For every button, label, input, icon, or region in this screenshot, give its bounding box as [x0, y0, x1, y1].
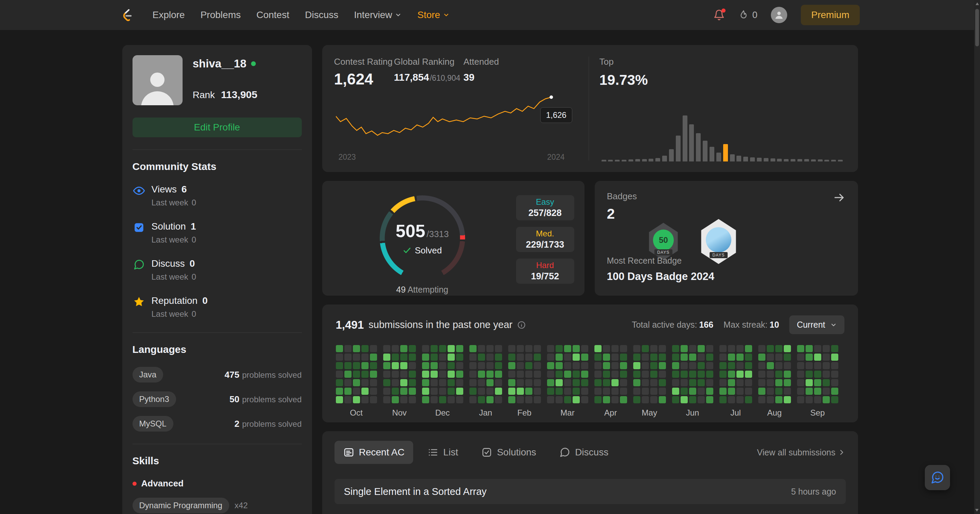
badge-100-days[interactable]: DAYS [699, 219, 738, 264]
language-suffix: problems solved [242, 370, 302, 379]
premium-button[interactable]: Premium [801, 5, 859, 25]
tab-list[interactable]: List [418, 441, 467, 464]
heatmap-cell [633, 379, 640, 386]
heatmap-cell [456, 379, 463, 386]
heatmap-cell [573, 353, 580, 361]
easy-solved-box[interactable]: Easy 257/828 [516, 195, 574, 220]
support-chat-button[interactable] [925, 465, 950, 490]
heatmap-cell [814, 362, 821, 369]
discuss-chat-icon [559, 447, 570, 458]
heatmap-cell [642, 379, 649, 386]
easy-value: 257/828 [528, 208, 562, 218]
rating-distribution-histogram[interactable] [601, 104, 843, 161]
heatmap-cell [336, 353, 343, 361]
heatmap-cell [581, 388, 588, 395]
language-tag[interactable]: Java [132, 367, 164, 382]
heatmap-cell [784, 345, 791, 352]
heatmap-cell [517, 345, 524, 352]
badge-ribbon: DAYS [710, 252, 728, 258]
heatmap-cell [525, 345, 532, 352]
scrollbar-thumb[interactable] [975, 9, 979, 46]
skill-tag[interactable]: Dynamic Programming [132, 498, 229, 513]
heatmap-cell [431, 345, 438, 352]
heatmap-cell [534, 379, 541, 386]
nav-discuss[interactable]: Discuss [305, 10, 338, 21]
leetcode-logo[interactable] [121, 8, 133, 22]
community-stat-views[interactable]: Views 6 Last week 0 [132, 184, 302, 207]
heatmap-cell [353, 371, 360, 378]
community-stat-discuss[interactable]: Discuss 0 Last week 0 [132, 258, 302, 282]
hard-solved-box[interactable]: Hard 19/752 [516, 259, 574, 284]
heatmap-cell [620, 379, 627, 386]
tab-recent-ac[interactable]: Recent AC [334, 441, 414, 464]
status-dot-icon [251, 61, 256, 66]
heatmap-cell [831, 379, 838, 386]
heatmap-cell [745, 379, 752, 386]
page-scrollbar[interactable] [974, 0, 980, 514]
heatmap-cell [422, 371, 429, 378]
submission-heatmap [336, 345, 845, 403]
nav-contest[interactable]: Contest [256, 10, 290, 21]
edit-profile-button[interactable]: Edit Profile [132, 118, 302, 137]
language-suffix: problems solved [242, 395, 302, 404]
heatmap-cell [822, 388, 830, 395]
histogram-bar [757, 158, 762, 161]
community-stat-reputation[interactable]: Reputation 0 Last week 0 [132, 295, 302, 319]
nav-explore[interactable]: Explore [153, 10, 185, 21]
heatmap-cell [672, 371, 679, 378]
heatmap-range-selector[interactable]: Current [789, 315, 844, 334]
heatmap-cell [681, 388, 688, 395]
scroll-up-arrow[interactable] [975, 2, 979, 5]
rating-line-chart [336, 93, 568, 148]
heatmap-cell [659, 353, 666, 361]
heatmap-cell [469, 388, 477, 395]
daily-streak-flame[interactable]: 0 [738, 10, 757, 21]
heatmap-cell [659, 379, 666, 386]
heatmap-cell [767, 362, 774, 369]
heatmap-cell [758, 371, 765, 378]
view-all-submissions-link[interactable]: View all submissions [757, 447, 845, 457]
arrow-right-icon[interactable] [833, 191, 846, 205]
nav-store[interactable]: Store [417, 10, 450, 21]
medium-solved-box[interactable]: Med. 229/1733 [516, 227, 574, 252]
heatmap-cell [728, 345, 735, 352]
user-avatar[interactable] [771, 7, 787, 23]
community-stat-solution[interactable]: Solution 1 Last week 0 [132, 221, 302, 245]
notifications-bell-icon[interactable] [713, 9, 725, 21]
main-navigation: Explore Problems Contest Discuss Intervi… [153, 10, 450, 21]
heatmap-cell [431, 388, 438, 395]
heatmap-cell [822, 345, 830, 352]
heatmap-cell [633, 353, 640, 361]
heatmap-cell [469, 353, 477, 361]
heatmap-cell [409, 353, 416, 361]
last-week-label: Last week [151, 235, 188, 245]
heatmap-cell [456, 396, 463, 403]
scroll-down-arrow[interactable] [975, 509, 978, 512]
submission-problem-title: Single Element in a Sorted Array [344, 486, 487, 497]
heatmap-cell [719, 345, 727, 352]
contest-rating-chart[interactable]: 1,626 2023 2024 [336, 93, 568, 165]
stat-value: 1 [191, 221, 196, 232]
heatmap-cell [706, 396, 713, 403]
view-all-label: View all submissions [757, 447, 835, 457]
heatmap-cell [555, 388, 563, 395]
heatmap-month-label: May [633, 408, 666, 418]
heatmap-cell [698, 371, 705, 378]
language-tag[interactable]: MySQL [132, 416, 173, 431]
info-icon[interactable] [517, 320, 526, 329]
nav-interview[interactable]: Interview [354, 10, 402, 21]
heatmap-cell [400, 388, 407, 395]
heatmap-cell [478, 379, 485, 386]
tab-discuss[interactable]: Discuss [550, 441, 617, 464]
badge-50-days[interactable]: 50 DAYS [647, 223, 680, 260]
heatmap-cell [448, 353, 455, 361]
heatmap-cell [439, 396, 446, 403]
heatmap-cell [689, 379, 696, 386]
heatmap-cell [344, 379, 352, 386]
submission-row[interactable]: Single Element in a Sorted Array 5 hours… [334, 479, 846, 504]
heatmap-cell [336, 396, 343, 403]
nav-problems[interactable]: Problems [200, 10, 240, 21]
histogram-bar [655, 158, 660, 161]
tab-solutions[interactable]: Solutions [473, 441, 545, 464]
language-tag[interactable]: Python3 [132, 391, 176, 407]
